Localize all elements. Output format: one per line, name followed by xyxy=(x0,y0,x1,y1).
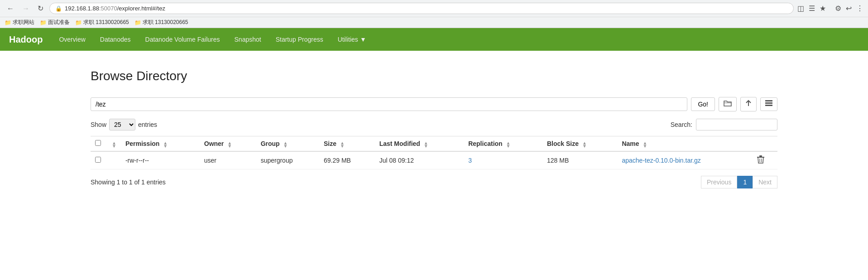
th-group[interactable]: Group ▲▼ xyxy=(256,136,319,152)
next-button[interactable]: Next xyxy=(753,176,777,188)
folder-icon-bookmark2: 📁 xyxy=(40,19,47,26)
entries-select[interactable]: 10 25 50 100 xyxy=(109,119,135,130)
browser-chrome: ← → ↻ 🔒 192.168.1.88:50070/explorer.html… xyxy=(0,0,868,28)
th-replication-label: Replication xyxy=(468,140,502,147)
row-checkbox[interactable] xyxy=(95,157,101,163)
browser-toolbar: ← → ↻ 🔒 192.168.1.88:50070/explorer.html… xyxy=(0,0,868,17)
go-button[interactable]: Go! xyxy=(691,97,715,111)
pagination-buttons: Previous 1 Next xyxy=(701,176,777,188)
folder-icon-bookmark3: 📁 xyxy=(75,19,82,26)
sort-group-icon: ▲▼ xyxy=(283,141,288,147)
showing-text: Showing 1 to 1 of 1 entries xyxy=(91,179,166,186)
sort-permission-icon: ▲▼ xyxy=(163,141,168,147)
td-block-size: 128 MB xyxy=(542,151,617,169)
star-icon[interactable]: ★ xyxy=(820,4,826,13)
td-size: 69.29 MB xyxy=(319,151,375,169)
bookmark-job-site[interactable]: 📁 求职网站 xyxy=(5,19,34,26)
url-port: :50070 xyxy=(99,5,117,12)
bookmarks-bar: 📁 求职网站 📁 面试准备 📁 求职 13130020665 📁 求职 1313… xyxy=(0,17,868,28)
sort-size-icon: ▲▼ xyxy=(340,141,345,147)
svg-rect-0 xyxy=(765,100,772,101)
th-owner[interactable]: Owner ▲▼ xyxy=(200,136,256,152)
nav-overview[interactable]: Overview xyxy=(52,29,92,49)
page-title: Browse Directory xyxy=(91,69,777,83)
navbar-brand[interactable]: Hadoop xyxy=(9,34,43,45)
sort-name-icon: ▲▼ xyxy=(643,141,647,147)
sort-last-modified-icon: ▲▼ xyxy=(424,141,428,147)
show-label: Show xyxy=(91,121,106,128)
directory-table: ▲▼ Permission ▲▼ Owner ▲▼ Group ▲▼ Size … xyxy=(91,136,777,169)
th-last-modified-label: Last Modified xyxy=(379,140,420,147)
sort-block-size-icon: ▲▼ xyxy=(582,141,587,147)
path-row: Go! xyxy=(91,97,777,111)
previous-button[interactable]: Previous xyxy=(701,176,737,188)
bookmark-interview[interactable]: 📁 面试准备 xyxy=(40,19,70,26)
list-view-icon xyxy=(765,100,772,108)
puzzle-icon[interactable]: ⚙ xyxy=(835,4,841,13)
url-path: /explorer.html#/tez xyxy=(117,5,165,12)
th-name[interactable]: Name ▲▼ xyxy=(617,136,752,152)
url-host: 192.168.1.88 xyxy=(65,5,99,12)
menu-icon[interactable]: ⋮ xyxy=(856,4,863,13)
th-last-modified[interactable]: Last Modified ▲▼ xyxy=(375,136,464,152)
bookmark-job1[interactable]: 📁 求职 13130020665 xyxy=(75,19,129,26)
path-input[interactable] xyxy=(91,97,687,111)
bookmarks-icon[interactable]: ☰ xyxy=(809,4,815,13)
browser-icons: ◫ ☰ ★ ⚙ ↩ ⋮ xyxy=(797,4,863,13)
td-checkbox xyxy=(91,151,106,169)
sort-owner-icon: ▲▼ xyxy=(227,141,232,147)
back-button[interactable]: ← xyxy=(5,4,16,14)
forward-button[interactable]: → xyxy=(20,4,32,14)
nav-datanode-volume-failures[interactable]: Datanode Volume Failures xyxy=(138,29,227,49)
th-owner-label: Owner xyxy=(204,140,224,147)
svg-rect-3 xyxy=(757,157,764,158)
open-folder-button[interactable] xyxy=(719,97,737,111)
nav-datanodes[interactable]: Datanodes xyxy=(93,29,138,49)
svg-rect-2 xyxy=(765,105,772,106)
navbar-links: Overview Datanodes Datanode Volume Failu… xyxy=(52,29,373,49)
up-arrow-icon xyxy=(745,100,752,109)
th-permission[interactable]: Permission ▲▼ xyxy=(121,136,200,152)
select-all-checkbox[interactable] xyxy=(95,140,101,146)
th-sort-all[interactable]: ▲▼ xyxy=(106,136,121,152)
pagination-row: Showing 1 to 1 of 1 entries Previous 1 N… xyxy=(91,176,777,188)
address-bar[interactable]: 🔒 192.168.1.88:50070/explorer.html#/tez xyxy=(49,3,794,14)
search-right: Search: xyxy=(671,119,777,130)
td-name: apache-tez-0.10.0-bin.tar.gz xyxy=(617,151,752,169)
entries-label: entries xyxy=(138,121,157,128)
file-name-link[interactable]: apache-tez-0.10.0-bin.tar.gz xyxy=(622,157,700,164)
bookmark-label-4: 求职 13130020665 xyxy=(143,19,188,26)
extensions-icon[interactable]: ◫ xyxy=(797,4,804,13)
reload-button[interactable]: ↻ xyxy=(35,3,46,14)
search-label: Search: xyxy=(671,121,692,128)
back-arrow-icon[interactable]: ↩ xyxy=(846,4,852,13)
nav-utilities-label: Utilities xyxy=(338,36,358,43)
nav-startup-progress[interactable]: Startup Progress xyxy=(269,29,331,49)
bookmark-job2[interactable]: 📁 求职 13130020665 xyxy=(134,19,188,26)
th-replication[interactable]: Replication ▲▼ xyxy=(464,136,542,152)
th-block-size[interactable]: Block Size ▲▼ xyxy=(542,136,617,152)
list-view-button[interactable] xyxy=(760,97,777,111)
navbar: Hadoop Overview Datanodes Datanode Volum… xyxy=(0,28,868,51)
th-group-label: Group xyxy=(261,140,280,147)
page-1-button[interactable]: 1 xyxy=(737,176,753,188)
lock-icon: 🔒 xyxy=(55,5,62,12)
main-content: Browse Directory Go! Show 10 25 xyxy=(0,51,868,207)
sort-all-icon: ▲▼ xyxy=(112,141,116,147)
show-entries-left: Show 10 25 50 100 entries xyxy=(91,119,157,130)
folder-icon-bookmark4: 📁 xyxy=(134,19,141,26)
table-header-row: ▲▼ Permission ▲▼ Owner ▲▼ Group ▲▼ Size … xyxy=(91,136,777,152)
replication-link[interactable]: 3 xyxy=(468,157,472,164)
nav-snapshot[interactable]: Snapshot xyxy=(227,29,269,49)
th-checkbox xyxy=(91,136,106,152)
th-name-label: Name xyxy=(622,140,639,147)
delete-icon[interactable] xyxy=(757,157,764,165)
th-size[interactable]: Size ▲▼ xyxy=(319,136,375,152)
nav-utilities-dropdown[interactable]: Utilities ▼ xyxy=(331,29,374,49)
svg-rect-1 xyxy=(765,102,772,104)
up-directory-button[interactable] xyxy=(740,97,757,111)
search-input[interactable] xyxy=(696,119,777,130)
bookmark-label-1: 求职网站 xyxy=(13,19,34,26)
url-display: 192.168.1.88:50070/explorer.html#/tez xyxy=(65,5,165,12)
th-permission-label: Permission xyxy=(125,140,159,147)
